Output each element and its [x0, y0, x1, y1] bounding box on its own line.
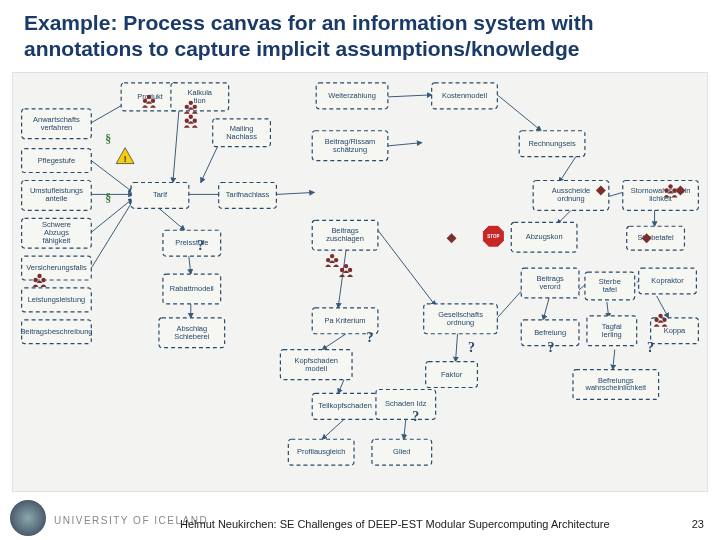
question-mark-icon: ? — [647, 340, 654, 355]
box-label: Glied — [393, 447, 410, 456]
connector-arrow — [657, 296, 669, 318]
box-label: Weiterzahlung — [328, 91, 376, 100]
process-box-b09: Kalkulation — [171, 83, 229, 111]
svg-point-57 — [664, 188, 668, 192]
box-label: Pa Kriterium — [325, 316, 366, 325]
process-box-b30: Sterbetafel — [627, 226, 685, 250]
box-label: Leistungsleistung — [28, 295, 86, 304]
question-mark-icon: ? — [468, 340, 475, 355]
svg-point-43 — [193, 105, 197, 109]
connector-arrow — [456, 334, 458, 362]
process-box-b02: Pflegestufe — [22, 149, 92, 173]
process-canvas: AnwartschaftsverfahrenPflegestufeUmstufl… — [12, 72, 708, 492]
process-box-b24: Glied — [372, 439, 432, 465]
box-label: Versicherungsfalls — [26, 263, 87, 272]
svg-point-50 — [37, 274, 41, 278]
process-box-b29: Abzugskon — [511, 222, 577, 252]
people-icon — [184, 115, 198, 128]
institution-logo — [10, 500, 46, 536]
connector-arrow — [497, 95, 541, 131]
box-label: Kostenmodell — [442, 91, 488, 100]
process-box-b26: Rechnungseis — [519, 131, 585, 157]
process-box-b32: Beitragsverord — [521, 268, 579, 298]
svg-point-39 — [143, 99, 147, 103]
process-box-b12: Tarifnachlass — [219, 182, 277, 208]
box-label: Rabattmodell — [170, 284, 214, 293]
page-number: 23 — [692, 518, 704, 530]
box-label: Kopraktor — [651, 276, 684, 285]
process-box-b14: Rabattmodell — [163, 274, 221, 304]
process-box-b05: Versicherungsfalls — [22, 256, 92, 280]
connector-arrow — [322, 419, 344, 439]
process-box-b10: MailingNachlass — [213, 119, 271, 147]
connector-arrow — [159, 208, 185, 230]
connector-arrow — [543, 298, 549, 320]
svg-point-47 — [189, 115, 193, 119]
diamond-icon — [447, 233, 457, 243]
question-mark-icon: ? — [366, 330, 373, 345]
box-label: SchwereAbzugsfähigkeit — [42, 220, 71, 245]
connector-arrow — [91, 200, 133, 268]
svg-point-42 — [185, 105, 189, 109]
svg-point-49 — [41, 278, 45, 282]
process-box-b22: Profilausgleich — [288, 439, 354, 465]
process-box-b27: Ausscheideordnung — [533, 180, 609, 210]
people-icon — [339, 264, 353, 277]
process-box-b39: Faktor — [426, 362, 478, 388]
box-label: Beitragsbeschreibung — [20, 327, 92, 336]
svg-point-61 — [662, 318, 666, 322]
box-label: Pflegestufe — [38, 156, 75, 165]
process-box-b07: Beitragsbeschreibung — [20, 320, 92, 344]
box-label: Tarif — [153, 190, 168, 199]
process-box-b13: Preisstufe — [163, 230, 221, 256]
process-box-b15: AbschlagSchieberei — [159, 318, 225, 348]
svg-point-40 — [151, 99, 155, 103]
connector-arrow — [338, 380, 344, 394]
box-label: Koppa — [664, 326, 686, 335]
svg-point-59 — [668, 184, 672, 188]
question-mark-icon: ? — [548, 340, 555, 355]
process-box-b18: Beitragszuschlagen — [312, 220, 378, 250]
box-label: Ausscheideordnung — [552, 186, 591, 203]
svg-point-45 — [185, 119, 189, 123]
process-box-b23: Schaden Idz — [376, 389, 436, 419]
box-label: Schaden Idz — [385, 399, 427, 408]
connector-arrow — [613, 350, 615, 370]
svg-point-52 — [334, 258, 338, 262]
question-mark-icon: ? — [412, 409, 419, 424]
paragraph-icon: § — [105, 191, 111, 205]
box-label: Abzugskon — [526, 232, 563, 241]
box-label: MailingNachlass — [226, 124, 257, 141]
process-box-b36: Tagfallerling — [587, 316, 637, 346]
connector-arrow — [173, 111, 179, 183]
slide-footer: UNIVERSITY OF ICELAND Helmut Neukirchen:… — [0, 496, 720, 536]
connector-arrow — [91, 161, 133, 193]
svg-point-56 — [344, 264, 348, 268]
process-box-b04: SchwereAbzugsfähigkeit — [22, 218, 92, 248]
connector-arrow — [378, 230, 436, 306]
process-box-b31: Gesellschaftsordnung — [424, 304, 498, 334]
question-mark-icon: ? — [197, 238, 204, 253]
box-label: Tarifnachlass — [226, 190, 270, 199]
process-box-b38: Befreiungswahrscheinlichkeit — [573, 370, 659, 400]
box-label: Tagfallerling — [602, 322, 622, 339]
connector-arrow — [91, 198, 133, 232]
connector-arrow — [404, 419, 406, 439]
process-box-b25: Kostenmodell — [432, 83, 498, 109]
connector-arrow — [189, 256, 191, 274]
svg-point-51 — [326, 258, 330, 262]
svg-point-41 — [147, 95, 151, 99]
connector-arrow — [322, 334, 346, 350]
connector-arrow — [338, 250, 346, 308]
svg-point-48 — [33, 278, 37, 282]
svg-point-53 — [330, 254, 334, 258]
process-box-b06: Leistungsleistung — [22, 288, 92, 312]
process-box-b16: Weiterzahlung — [316, 83, 388, 109]
svg-point-62 — [658, 314, 662, 318]
box-label: Beitragszuschlagen — [326, 226, 364, 243]
connector-arrow — [276, 192, 314, 194]
svg-point-44 — [189, 101, 193, 105]
slide-title: Example: Process canvas for an informati… — [24, 10, 694, 63]
box-label: Teilkopfschaden — [318, 401, 371, 410]
box-label: Befreiung — [534, 328, 566, 337]
